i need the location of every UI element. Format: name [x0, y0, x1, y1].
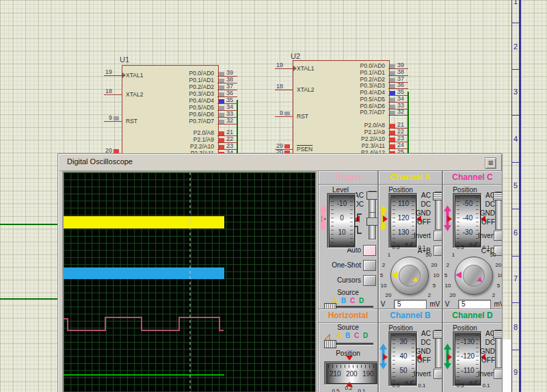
pointer-down-icon — [346, 356, 353, 361]
coupling-label: OFF — [409, 356, 431, 364]
channel-a-invert-button[interactable] — [433, 231, 442, 241]
switch-knob[interactable] — [493, 192, 503, 200]
pin-label: PSEN — [297, 146, 312, 153]
ruler-number: 4 — [512, 135, 519, 143]
oscilloscope-titlebar[interactable]: Digital Oscilloscope ⊠ — [59, 155, 501, 171]
pin-wire — [217, 124, 237, 125]
ruler-number: 9 — [512, 368, 519, 376]
channel-d-gain-knob[interactable]: 0.50.20.1 — [442, 382, 503, 392]
channel-b-trace — [64, 267, 224, 279]
source-channel-letter[interactable]: C — [354, 332, 359, 339]
channel-d-invert-button[interactable] — [494, 369, 503, 379]
coupling-label: DC — [473, 339, 495, 346]
pin-pad — [284, 112, 290, 116]
chip-ref-label: U2 — [291, 52, 300, 60]
coupling-label: AC — [473, 330, 495, 337]
pin-wire — [275, 68, 293, 69]
thumbwheel-value: 210 — [330, 370, 341, 378]
pin-number: 38 — [226, 76, 233, 83]
knob-scale-label: 10 — [445, 283, 451, 289]
trigger-cursors-button[interactable] — [363, 275, 376, 286]
knob-scale-label: 0.1 — [358, 388, 365, 392]
pin-pad — [219, 72, 224, 76]
pin-number: 22 — [226, 135, 233, 142]
trigger-oneshot-button[interactable] — [363, 260, 376, 271]
coupling-label: DC — [473, 200, 495, 208]
trigger-source-label: Source — [331, 289, 365, 296]
trigger-edge-switch[interactable] — [369, 212, 376, 239]
horizontal-position-thumbwheel[interactable]: 210200190 — [324, 361, 378, 384]
trigger-level-arrows[interactable] — [319, 205, 328, 231]
knob-scale-label: 0.1 — [418, 382, 425, 389]
oscilloscope-title: Digital Oscilloscope — [67, 157, 133, 166]
knob-scale-label: 20 — [450, 292, 456, 298]
slider-knob[interactable] — [324, 340, 336, 348]
coupling-label: GND — [473, 209, 495, 217]
switch-knob[interactable] — [433, 192, 442, 200]
channel-b-invert-button[interactable] — [433, 369, 442, 379]
pin-pad — [219, 120, 224, 124]
ruler-number: 3 — [512, 88, 519, 96]
source-channel-letter[interactable]: D — [363, 332, 368, 339]
pin-wire — [275, 90, 293, 90]
pin-pad — [390, 111, 395, 115]
falling-edge-icon[interactable] — [354, 224, 362, 233]
channel-a-gain-knob[interactable]: 0.50.20.1125102050201052VmV5 — [378, 244, 440, 306]
pin-pad — [390, 138, 395, 142]
source-channel-letter[interactable]: D — [359, 297, 364, 304]
knob-scale-label: 0.5 — [332, 388, 339, 392]
trigger-auto-button[interactable] — [363, 245, 376, 256]
source-channel-letter[interactable]: B — [341, 297, 346, 304]
knob-scale-label: 10 — [433, 272, 440, 278]
white-panel-fragment — [501, 339, 512, 392]
channel-c-trace — [64, 317, 224, 330]
green-wire — [0, 224, 59, 225]
knob-scale-label: 2 — [428, 292, 431, 298]
pin-pad — [390, 71, 395, 75]
channel-a-section: Channel APosition110120130ACDCGNDOFFInve… — [378, 170, 442, 310]
knob-scale-label: 0.1 — [418, 244, 425, 250]
trigger-header: Trigger — [319, 171, 377, 185]
coupling-label: AC — [473, 192, 495, 199]
channel-b-section: Channel BPosition304050ACDCGNDOFFInvert0… — [378, 309, 442, 392]
switch-knob[interactable] — [366, 218, 378, 226]
pin-pad — [114, 116, 119, 120]
coupling-label: OFF — [473, 356, 495, 364]
pin-number: 34 — [226, 103, 233, 110]
channel-c-invert-button[interactable] — [494, 231, 503, 241]
pointer-left-icon — [447, 354, 452, 361]
knob-scale-label: 5 — [497, 283, 500, 289]
knob-scale-label: 0.1 — [482, 382, 490, 389]
horizontal-header: Horizontal — [319, 309, 377, 323]
switch-knob[interactable] — [433, 330, 442, 339]
close-icon[interactable]: ⊠ — [485, 157, 496, 169]
channel-c-gain-knob[interactable]: 0.50.20.1125102050201052VmV5 — [442, 244, 503, 306]
source-channel-letter[interactable]: B — [345, 332, 350, 339]
volts-unit-label: V — [445, 300, 450, 308]
pin-pad — [219, 131, 224, 135]
timebase-knob[interactable]: 0.50.20.11250 — [318, 387, 378, 392]
ruler-number: 5 — [512, 181, 519, 190]
pin-label: P0.4/AD4 — [347, 89, 385, 96]
pin-label: P0.1/AD1 — [176, 77, 214, 83]
rising-edge-icon[interactable] — [354, 212, 362, 220]
ruler-tick — [512, 69, 519, 70]
ruler-number: 8 — [512, 323, 519, 331]
trigger-level-thumbwheel[interactable]: -10010 — [327, 193, 356, 248]
knob-scale-label: 0.2 — [469, 380, 477, 386]
knob-scale-label: 2 — [382, 262, 385, 268]
ruler-tick — [512, 256, 519, 257]
pin-pad — [390, 84, 395, 88]
pin-number: 32 — [226, 117, 233, 124]
switch-knob[interactable] — [493, 330, 503, 339]
pin-pad — [390, 144, 395, 148]
switch-knob[interactable] — [366, 192, 378, 200]
source-channel-letter[interactable]: C — [350, 297, 355, 304]
clock-input-wedge — [293, 66, 297, 71]
knob-scale-label: 0.2 — [405, 241, 412, 248]
pin-pad — [284, 144, 290, 148]
pin-pad — [219, 145, 224, 149]
source-channel-letter[interactable]: A — [336, 332, 341, 339]
channel-b-gain-knob[interactable]: 0.50.20.1 — [378, 382, 440, 392]
knob-scale-label: 0.2 — [405, 380, 412, 386]
